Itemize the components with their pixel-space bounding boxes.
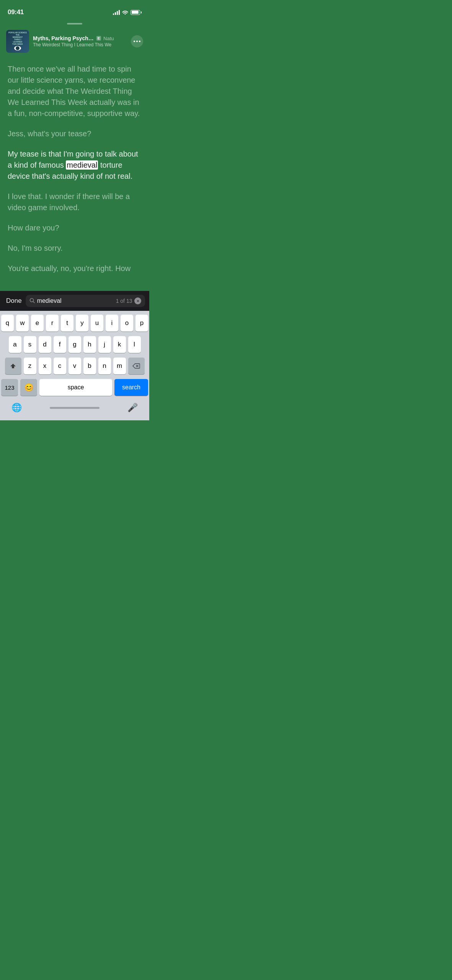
key-u[interactable]: u — [91, 315, 103, 332]
wifi-icon — [122, 10, 128, 15]
search-key[interactable]: search — [114, 379, 148, 396]
transcript-paragraph-5: How dare you? — [8, 222, 142, 234]
status-time: 09:41 — [8, 8, 24, 16]
shift-key[interactable] — [5, 358, 21, 374]
explicit-badge: E — [96, 36, 101, 41]
drag-handle — [0, 19, 149, 27]
key-e[interactable]: e — [31, 315, 44, 332]
key-k[interactable]: k — [113, 336, 126, 353]
key-d[interactable]: d — [39, 336, 51, 353]
key-q[interactable]: q — [1, 315, 14, 332]
space-key[interactable]: space — [39, 379, 112, 396]
microphone-icon[interactable]: 🎤 — [127, 403, 138, 413]
key-b[interactable]: b — [83, 358, 96, 374]
search-input-container: 1 of 13 × — [26, 295, 145, 307]
done-button[interactable]: Done — [6, 297, 22, 305]
transcript-paragraph-4: I love that. I wonder if there will be a… — [8, 191, 142, 213]
status-icons — [113, 10, 142, 15]
key-j[interactable]: j — [98, 336, 111, 353]
keyboard: q w e r t y u i o p a s d f g h j k l z … — [0, 311, 149, 400]
clear-search-button[interactable]: × — [134, 297, 141, 304]
signal-bars-icon — [113, 10, 120, 15]
key-o[interactable]: o — [121, 315, 133, 332]
keyboard-row-2: a s d f g h j k l — [1, 336, 148, 353]
more-options-button[interactable] — [131, 35, 143, 47]
transcript-paragraph-7: You're actually, no, you're right. How — [8, 263, 142, 274]
podcast-art-eye — [14, 46, 21, 51]
prev-result-button[interactable]: ⌃ — [149, 296, 149, 305]
keyboard-row-1: q w e r t y u i o p — [1, 315, 148, 332]
bottom-bar: 🌐 🎤 — [0, 400, 149, 420]
search-result-count: 1 of 13 — [116, 298, 132, 304]
key-g[interactable]: g — [69, 336, 81, 353]
key-c[interactable]: c — [54, 358, 66, 374]
key-a[interactable]: a — [9, 336, 21, 353]
key-p[interactable]: p — [135, 315, 148, 332]
key-v[interactable]: v — [69, 358, 81, 374]
home-indicator — [50, 407, 100, 409]
podcast-short-name: Natu — [103, 36, 114, 41]
key-w[interactable]: w — [16, 315, 29, 332]
key-l[interactable]: l — [128, 336, 141, 353]
key-y[interactable]: y — [76, 315, 88, 332]
key-n[interactable]: n — [98, 358, 111, 374]
search-navigation: ⌃ ⌄ — [149, 296, 149, 305]
key-t[interactable]: t — [61, 315, 73, 332]
podcast-full-name: The Weirdest Thing I Learned This We — [33, 42, 127, 47]
key-z[interactable]: z — [24, 358, 36, 374]
clear-icon: × — [137, 299, 139, 303]
key-s[interactable]: s — [24, 336, 36, 353]
key-h[interactable]: h — [83, 336, 96, 353]
keyboard-bottom-row: 123 😊 space search — [1, 379, 148, 396]
podcast-art-label: POPULAR SCIENCETHEWEIRDESTTHING ILEARNED… — [8, 31, 27, 45]
status-bar: 09:41 — [0, 0, 149, 19]
emoji-key[interactable]: 😊 — [20, 379, 37, 396]
search-input[interactable] — [37, 297, 114, 304]
key-r[interactable]: r — [46, 315, 59, 332]
transcript-paragraph-1: Then once we've all had time to spin our… — [8, 64, 142, 119]
player-info: Myths, Parking Psychology E Natu The Wei… — [29, 35, 131, 47]
transcript-paragraph-2: Jess, what's your tease? — [8, 128, 142, 139]
transcript-area: Then once we've all had time to spin our… — [0, 60, 149, 291]
key-f[interactable]: f — [54, 336, 66, 353]
key-m[interactable]: m — [113, 358, 126, 374]
highlighted-word: medieval — [66, 160, 98, 170]
svg-line-1 — [33, 301, 34, 303]
key-x[interactable]: x — [39, 358, 51, 374]
key-i[interactable]: i — [106, 315, 118, 332]
keyboard-row-3: z x c v b n m — [1, 358, 148, 374]
emoji-icon: 😊 — [24, 383, 34, 392]
numbers-key[interactable]: 123 — [1, 379, 18, 396]
podcast-artwork: POPULAR SCIENCETHEWEIRDESTTHING ILEARNED… — [6, 30, 29, 53]
battery-icon — [131, 10, 142, 15]
globe-icon[interactable]: 🌐 — [11, 403, 22, 413]
delete-key[interactable] — [128, 358, 145, 374]
transcript-paragraph-3: My tease is that I'm going to talk about… — [8, 149, 142, 182]
search-icon — [29, 298, 35, 304]
mini-player: POPULAR SCIENCETHEWEIRDESTTHING ILEARNED… — [0, 27, 149, 56]
episode-title: Myths, Parking Psychology — [33, 35, 94, 41]
search-bar: Done 1 of 13 × ⌃ ⌄ — [0, 291, 149, 311]
transcript-paragraph-6: No, I'm so sorry. — [8, 243, 142, 254]
